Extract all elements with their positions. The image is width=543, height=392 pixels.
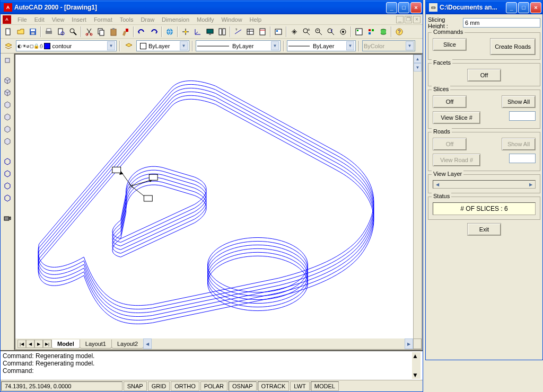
scroll-up-button[interactable]: ▲ (412, 352, 421, 360)
pan-button[interactable] (288, 26, 300, 38)
exit-button[interactable]: Exit (467, 223, 501, 236)
properties-button[interactable] (257, 26, 268, 38)
view-road-input[interactable] (509, 154, 536, 163)
scroll-right-button[interactable]: ▶ (527, 181, 535, 188)
command-vscroll[interactable]: ▲ ▼ (412, 352, 421, 379)
new-button[interactable] (3, 26, 14, 38)
slicing-height-input[interactable] (463, 18, 540, 28)
side-maximize-button[interactable]: □ (518, 2, 529, 13)
view-camera-button[interactable] (2, 212, 13, 224)
undo-button[interactable] (136, 26, 147, 38)
plotstyle-combo[interactable]: ByColor ▼ (362, 40, 415, 51)
maximize-button[interactable]: □ (398, 2, 409, 13)
dropdown-arrow-icon[interactable]: ▼ (271, 41, 279, 50)
toggle-osnap[interactable]: OSNAP (229, 381, 257, 391)
lineweight-combo[interactable]: ByLayer ▼ (287, 40, 356, 51)
slice-button[interactable]: Slice (433, 38, 467, 51)
dropdown-arrow-icon[interactable]: ▼ (180, 41, 188, 50)
view-layer-scroll[interactable]: ◀ ▶ (433, 180, 536, 189)
zoom-previous-button[interactable] (325, 26, 337, 38)
close-button[interactable]: × (410, 2, 422, 13)
canvas-vscroll[interactable]: ▲ ▼ (413, 55, 422, 338)
tab-prev-button[interactable]: ◀ (26, 340, 34, 348)
menu-insert[interactable]: Insert (68, 15, 90, 24)
match-properties-button[interactable] (120, 26, 132, 38)
view-iso5-button[interactable] (2, 123, 13, 135)
drawing-canvas[interactable] (15, 55, 413, 338)
layer-combo[interactable]: ◐ ☀ ⌀ ◻ 🔒 ⎙ contour ▼ (16, 40, 117, 51)
help-button[interactable]: ? (393, 26, 405, 38)
tool1-button[interactable] (353, 26, 365, 38)
zoom-window-button[interactable]: + (313, 26, 325, 38)
view-slice-input[interactable] (509, 111, 536, 121)
layers-button[interactable] (3, 40, 14, 52)
menu-help[interactable]: Help (247, 15, 265, 24)
menu-view[interactable]: View (49, 15, 68, 24)
toggle-lwt[interactable]: LWT (290, 381, 309, 391)
view-iso4-button[interactable] (2, 111, 13, 123)
view-ne-iso-button[interactable] (2, 180, 13, 192)
menu-dimension[interactable]: Dimension (159, 15, 192, 24)
view-sw-iso-button[interactable] (2, 156, 13, 167)
scroll-down-button[interactable]: ▼ (412, 371, 421, 379)
scroll-left-button[interactable]: ◀ (143, 338, 152, 349)
color-combo[interactable]: ByLayer ▼ (136, 40, 189, 51)
menu-draw[interactable]: Draw (137, 15, 157, 24)
toggle-grid[interactable]: GRID (148, 381, 170, 391)
tab-first-button[interactable]: |◀ (17, 340, 26, 348)
layer-previous-button[interactable] (123, 40, 135, 52)
paste-button[interactable] (108, 26, 119, 38)
roads-showall-button[interactable]: Show All (502, 138, 536, 150)
facets-off-button[interactable]: Off (467, 69, 501, 82)
tool3-button[interactable] (378, 26, 389, 38)
menu-modify[interactable]: Modify (194, 15, 217, 24)
scroll-down-button[interactable]: ▼ (414, 63, 422, 72)
create-roads-button[interactable]: Create Roads (490, 38, 536, 55)
copy-button[interactable] (95, 26, 107, 38)
main-titlebar[interactable]: A AutoCAD 2000 - [Drawing1] _ □ × (1, 1, 423, 14)
roads-off-button[interactable]: Off (433, 138, 467, 150)
mdi-restore-button[interactable]: ❐ (405, 16, 412, 23)
tab-layout1[interactable]: Layout1 (80, 340, 112, 349)
scroll-right-button[interactable]: ▶ (405, 338, 413, 349)
linetype-combo[interactable]: ByLayer ▼ (196, 40, 281, 51)
tab-layout2[interactable]: Layout2 (111, 340, 144, 349)
print-preview-button[interactable] (55, 26, 67, 38)
tab-last-button[interactable]: ▶| (43, 340, 51, 348)
menu-file[interactable]: File (14, 15, 30, 24)
toolbars-button[interactable] (216, 26, 228, 38)
toggle-ortho[interactable]: ORTHO (171, 381, 199, 391)
open-button[interactable] (15, 26, 27, 38)
toggle-snap[interactable]: SNAP (124, 381, 147, 391)
mdi-close-button[interactable]: × (413, 16, 421, 23)
view-top-button[interactable] (2, 55, 13, 66)
toggle-model[interactable]: MODEL (311, 381, 339, 391)
dbconnect-button[interactable] (244, 26, 256, 38)
side-close-button[interactable]: × (530, 2, 541, 13)
command-window[interactable]: Command: Regenerating model. Command: Re… (1, 350, 423, 380)
menu-window[interactable]: Window (218, 15, 245, 24)
slices-off-button[interactable]: Off (433, 95, 467, 108)
view-road-button[interactable]: View Road # (433, 154, 480, 166)
ucs-button[interactable] (192, 26, 204, 38)
find-button[interactable] (67, 26, 79, 38)
view-nw-iso-button[interactable] (2, 192, 13, 204)
cut-button[interactable] (83, 26, 95, 38)
view-slice-button[interactable]: View Slice # (433, 111, 480, 124)
redo-button[interactable] (148, 26, 160, 38)
canvas-hscroll[interactable]: ◀ ▶ (143, 338, 413, 349)
save-button[interactable] (27, 26, 39, 38)
side-minimize-button[interactable]: _ (506, 2, 517, 13)
view-iso6-button[interactable] (2, 136, 13, 147)
toggle-polar[interactable]: POLAR (200, 381, 227, 391)
display-button[interactable] (204, 26, 216, 38)
tool2-button[interactable] (365, 26, 377, 38)
print-button[interactable] (43, 26, 55, 38)
side-titlebar[interactable]: ▭ C:\Documents an... _ □ × (426, 1, 542, 14)
toggle-otrack[interactable]: OTRACK (258, 381, 290, 391)
dropdown-arrow-icon[interactable]: ▼ (406, 41, 414, 50)
distance-button[interactable]: ? (232, 26, 244, 38)
tracking-button[interactable] (180, 26, 191, 38)
minimize-button[interactable]: _ (386, 2, 397, 13)
dropdown-arrow-icon[interactable]: ▼ (107, 41, 115, 50)
